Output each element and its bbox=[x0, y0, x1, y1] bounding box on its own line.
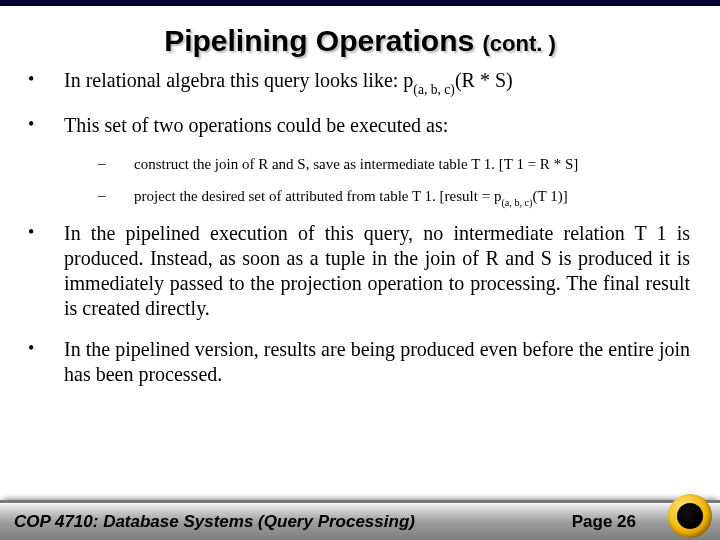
subbullet-2b: – project the desired set of attributed … bbox=[98, 186, 690, 209]
logo-inner-disc bbox=[677, 503, 703, 529]
subbullet-2b-text: project the desired set of attributed fr… bbox=[134, 186, 690, 209]
subbullet-marker: – bbox=[98, 154, 134, 174]
subbullet-marker: – bbox=[98, 186, 134, 209]
bullet-marker: • bbox=[28, 68, 64, 97]
b2b-prefix: project the desired set of attributed fr… bbox=[134, 188, 494, 204]
bullet-1-text: In relational algebra this query looks l… bbox=[64, 68, 690, 97]
bullet-3: • In the pipelined execution of this que… bbox=[28, 221, 690, 321]
b1-suffix: (R * S) bbox=[455, 69, 513, 91]
slide-body: • In relational algebra this query looks… bbox=[0, 68, 720, 540]
bullet-1: • In relational algebra this query looks… bbox=[28, 68, 690, 97]
bullet-4-text: In the pipelined version, results are be… bbox=[64, 337, 690, 387]
logo-outer-ring bbox=[668, 494, 712, 538]
ucf-logo-icon bbox=[668, 494, 712, 538]
pi-symbol: p bbox=[403, 69, 413, 91]
bullet-2: • This set of two operations could be ex… bbox=[28, 113, 690, 138]
title-area: Pipelining Operations (cont. ) bbox=[0, 6, 720, 68]
title-main: Pipelining Operations bbox=[164, 24, 474, 57]
slide: Pipelining Operations (cont. ) • In rela… bbox=[0, 0, 720, 540]
page-number: Page 26 bbox=[572, 512, 636, 532]
slide-title: Pipelining Operations (cont. ) bbox=[0, 24, 720, 58]
bullet-3-text: In the pipelined execution of this query… bbox=[64, 221, 690, 321]
bullet-marker: • bbox=[28, 113, 64, 138]
b1-prefix: In relational algebra this query looks l… bbox=[64, 69, 403, 91]
subbullet-2a: – construct the join of R and S, save as… bbox=[98, 154, 690, 174]
bullet-marker: • bbox=[28, 337, 64, 387]
course-label: COP 4710: Database Systems (Query Proces… bbox=[14, 512, 572, 532]
title-cont: (cont. ) bbox=[483, 31, 556, 56]
b2b-subscript: (a, b, c) bbox=[501, 197, 532, 208]
bullet-4: • In the pipelined version, results are … bbox=[28, 337, 690, 387]
bullet-marker: • bbox=[28, 221, 64, 321]
b1-subscript: (a, b, c) bbox=[413, 82, 455, 97]
footer-bar: COP 4710: Database Systems (Query Proces… bbox=[0, 500, 720, 540]
bullet-2-text: This set of two operations could be exec… bbox=[64, 113, 690, 138]
footer: COP 4710: Database Systems (Query Proces… bbox=[0, 500, 720, 540]
subbullet-2a-text: construct the join of R and S, save as i… bbox=[134, 154, 690, 174]
b2b-suffix: (T 1)] bbox=[533, 188, 568, 204]
